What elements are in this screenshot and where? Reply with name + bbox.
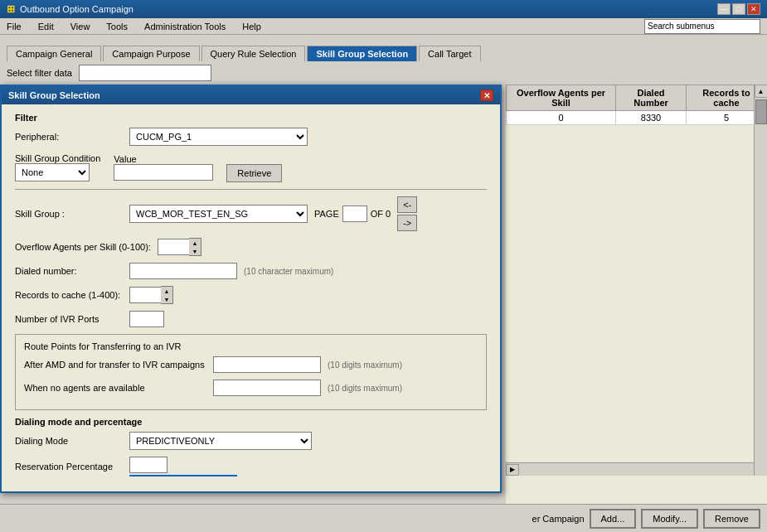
ivr-ports-row: Number of IVR Ports 0 xyxy=(15,311,487,327)
page-label: PAGE xyxy=(314,209,339,219)
dialing-mode-row: Dialing Mode PREDICTIVEONLYPREVIEWPROGRE… xyxy=(15,432,487,450)
ivr-ports-label: Number of IVR Ports xyxy=(15,314,123,324)
filter-bar: Select filter data xyxy=(0,61,767,85)
no-agents-label: When no agents are available xyxy=(24,383,206,393)
records-spinner: 5 ▲ ▼ xyxy=(129,286,173,304)
no-agents-row: When no agents are available (10 digits … xyxy=(24,380,478,396)
scrollbar-vertical[interactable]: ▲ xyxy=(754,85,767,476)
dialed-number-input[interactable]: 8330 xyxy=(129,263,237,279)
records-down-btn[interactable]: ▼ xyxy=(161,295,172,303)
campaign-label: er Campaign xyxy=(532,514,585,524)
overflow-down-btn[interactable]: ▼ xyxy=(189,247,201,255)
table-row[interactable]: 0 8330 5 xyxy=(507,111,767,125)
records-label: Records to cache (1-400): xyxy=(15,290,123,300)
after-amd-row: After AMD and for transfer to IVR campai… xyxy=(24,356,478,373)
dialed-number-hint: (10 character maximum) xyxy=(244,267,333,276)
filter-label: Select filter data xyxy=(7,68,72,78)
main-content: Overflow Agents per Skill Dialed Number … xyxy=(0,85,767,504)
right-panel: Overflow Agents per Skill Dialed Number … xyxy=(506,85,767,504)
skill-group-label: Skill Group : xyxy=(15,209,123,219)
skill-group-table: Overflow Agents per Skill Dialed Number … xyxy=(506,85,767,125)
menu-edit[interactable]: Edit xyxy=(38,22,54,31)
remove-btn[interactable]: Remove xyxy=(703,509,760,529)
menu-tools[interactable]: Tools xyxy=(106,22,128,31)
dialed-number-label: Dialed number: xyxy=(15,266,123,276)
dialing-mode-select[interactable]: PREDICTIVEONLYPREVIEWPROGRESSIVE xyxy=(129,432,312,450)
tab-skill-group[interactable]: Skill Group Selection xyxy=(307,46,417,61)
overflow-input[interactable]: 0 xyxy=(158,239,189,255)
value-group: Value xyxy=(114,154,213,181)
records-input[interactable]: 5 xyxy=(129,287,161,303)
after-amd-hint: (10 digits maximum) xyxy=(328,360,402,370)
reservation-label: Reservation Percentage xyxy=(15,462,123,472)
page-buttons: <- -> xyxy=(397,196,417,231)
dialog-title-bar: Skill Group Selection ✕ xyxy=(2,86,500,104)
no-agents-input[interactable] xyxy=(213,380,321,396)
title-bar-controls: — □ ✕ xyxy=(717,3,760,15)
skill-condition-select[interactable]: None xyxy=(15,163,90,181)
bottom-bar: er Campaign Add... Modify... Remove xyxy=(0,504,767,532)
dialog-close-btn[interactable]: ✕ xyxy=(480,89,493,101)
skill-condition-group: Skill Group Condition None xyxy=(15,153,100,181)
retrieve-btn[interactable]: Retrieve xyxy=(226,164,282,182)
records-up-btn[interactable]: ▲ xyxy=(161,287,172,295)
overflow-up-btn[interactable]: ▲ xyxy=(189,239,201,247)
title-bar-left: ⊞ Outbound Option Campaign xyxy=(7,3,133,15)
search-input[interactable] xyxy=(644,19,760,34)
prev-btn[interactable]: <- xyxy=(397,196,417,213)
tab-campaign-purpose[interactable]: Campaign Purpose xyxy=(103,46,199,61)
modify-btn[interactable]: Modify... xyxy=(641,509,698,529)
route-points-section: Route Points for Transferring to an IVR … xyxy=(15,334,487,410)
page-nav: PAGE OF 0 xyxy=(314,206,391,222)
tab-query-rule[interactable]: Query Rule Selection xyxy=(201,46,306,61)
restore-btn[interactable]: □ xyxy=(732,3,745,15)
divider-1 xyxy=(15,189,487,190)
reservation-underline xyxy=(129,475,237,476)
skill-condition-label: Skill Group Condition xyxy=(15,153,100,163)
tab-call-target[interactable]: Call Target xyxy=(419,46,480,61)
filter-section-label: Filter xyxy=(15,113,487,123)
overflow-spinner: 0 ▲ ▼ xyxy=(158,238,201,256)
col-overflow: Overflow Agents per Skill xyxy=(507,85,616,111)
reservation-input[interactable]: 0 xyxy=(129,457,167,473)
skill-group-select[interactable]: WCB_MOR_TEST_EN_SG xyxy=(129,205,308,223)
tab-bar: Campaign General Campaign Purpose Query … xyxy=(0,35,767,61)
reservation-row: Reservation Percentage 0 xyxy=(15,457,487,476)
route-points-title: Route Points for Transferring to an IVR xyxy=(24,341,478,351)
overflow-row: Overflow Agents per Skill (0-100): 0 ▲ ▼ xyxy=(15,238,487,256)
records-spinner-btns: ▲ ▼ xyxy=(161,286,173,304)
overflow-label: Overflow Agents per Skill (0-100): xyxy=(15,242,151,252)
overflow-spinner-btns: ▲ ▼ xyxy=(189,238,201,256)
no-agents-hint: (10 digits maximum) xyxy=(328,384,402,393)
title-bar: ⊞ Outbound Option Campaign — □ ✕ xyxy=(0,0,767,18)
scroll-right[interactable]: ▶ xyxy=(506,464,519,476)
after-amd-input[interactable] xyxy=(213,356,321,373)
cell-overflow: 0 xyxy=(507,111,616,125)
next-btn[interactable]: -> xyxy=(397,215,417,231)
tab-campaign-general[interactable]: Campaign General xyxy=(7,46,101,61)
scroll-up[interactable]: ▲ xyxy=(755,85,768,98)
value-input[interactable] xyxy=(114,164,213,181)
col-dialed: Dialed Number xyxy=(616,85,687,111)
scroll-thumb[interactable] xyxy=(755,99,767,124)
menu-file[interactable]: File xyxy=(7,22,22,31)
menu-admin[interactable]: Administration Tools xyxy=(144,22,226,31)
ivr-ports-input[interactable]: 0 xyxy=(129,311,164,327)
page-input[interactable] xyxy=(342,206,367,222)
table-container[interactable]: Overflow Agents per Skill Dialed Number … xyxy=(506,85,767,504)
skill-condition-row: Skill Group Condition None Value Retriev… xyxy=(15,152,487,182)
skill-group-dialog: Skill Group Selection ✕ Filter Periphera… xyxy=(0,85,502,493)
menu-help[interactable]: Help xyxy=(242,22,261,31)
menu-view[interactable]: View xyxy=(70,22,90,31)
dialing-mode-label: Dialing Mode xyxy=(15,436,123,446)
add-btn[interactable]: Add... xyxy=(590,509,637,529)
after-amd-label: After AMD and for transfer to IVR campai… xyxy=(24,360,206,370)
minimize-btn[interactable]: — xyxy=(717,3,731,15)
reservation-input-wrap: 0 xyxy=(129,457,237,476)
dialog-title-text: Skill Group Selection xyxy=(8,90,100,100)
peripheral-select[interactable]: CUCM_PG_1 xyxy=(129,128,308,146)
scrollbar-horizontal[interactable]: ▶ xyxy=(506,462,754,476)
close-btn[interactable]: ✕ xyxy=(747,3,760,15)
menu-bar: File Edit View Tools Administration Tool… xyxy=(0,18,767,35)
filter-input[interactable] xyxy=(79,65,211,81)
